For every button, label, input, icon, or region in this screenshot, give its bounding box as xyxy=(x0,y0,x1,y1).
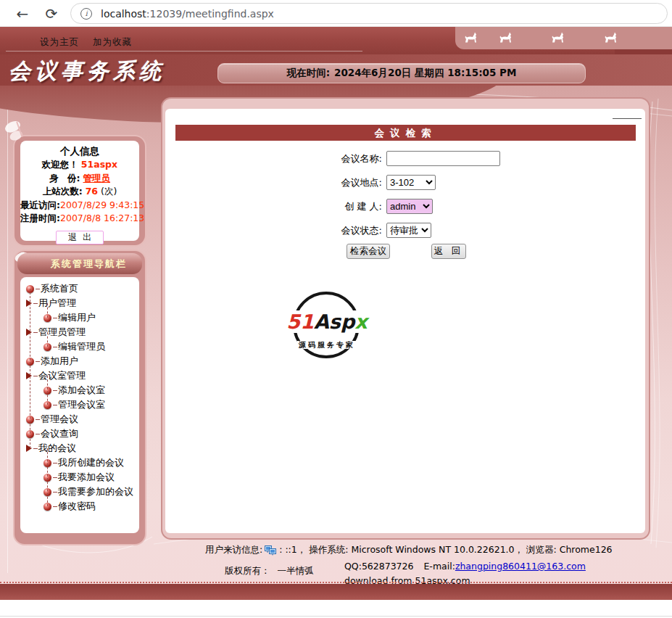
bottom-red-bar xyxy=(0,584,672,600)
field-label: 会议地点: xyxy=(165,176,386,189)
dash-connector xyxy=(33,303,38,304)
dash-connector xyxy=(53,390,57,391)
meeting-system-page: ← ⟳ i localhost:12039/meetingfind.aspx 设… xyxy=(0,0,672,618)
nav-item[interactable]: 会议室管理 xyxy=(20,368,139,383)
nav-item[interactable]: 添加用户 xyxy=(20,354,139,368)
nav-item[interactable]: 我要添加会议 xyxy=(20,470,139,485)
nav-item-label: 我要添加会议 xyxy=(58,471,115,484)
horse-icon xyxy=(602,31,620,44)
register-label: 注册时间: xyxy=(20,213,60,223)
dash-connector xyxy=(33,448,38,449)
dash-connector xyxy=(53,405,57,405)
horse-icon xyxy=(497,31,515,44)
current-time-banner: 现在时间: 2024年6月20日 星期四 18:15:05 PM xyxy=(217,63,586,83)
field-label: 创 建 人: xyxy=(165,200,386,213)
nav-item[interactable]: 修改密码 xyxy=(20,499,139,514)
copyright-line: 版权所有： 一半情弧 xyxy=(225,565,314,577)
profile-visits-row: 上站次数: 76 (次) xyxy=(20,185,139,199)
dash-connector xyxy=(36,434,40,434)
tree-connector xyxy=(30,289,30,448)
browser-back-icon[interactable]: ← xyxy=(12,3,33,25)
dash-connector xyxy=(36,289,40,289)
back-button[interactable]: 返 回 xyxy=(431,244,466,259)
email-link[interactable]: zhangping860411@163.com xyxy=(455,561,586,572)
nav-item-label: 管理会议室 xyxy=(58,398,105,411)
visits-label: 上站次数: xyxy=(43,186,83,197)
nav-item[interactable]: 用户管理 xyxy=(20,296,139,310)
dotted-divider xyxy=(0,582,672,583)
nav-item[interactable]: 编辑用户 xyxy=(20,310,139,325)
time-label: 现在时间: xyxy=(287,67,330,80)
set-homepage-link[interactable]: 设为主页 xyxy=(40,36,79,49)
nav-item-label: 用户管理 xyxy=(38,297,76,310)
nav-item[interactable]: 管理会议 xyxy=(20,412,139,427)
field-label: 会议名称: xyxy=(165,152,386,165)
role-link[interactable]: 管理员 xyxy=(83,173,110,184)
dash-connector xyxy=(36,419,40,420)
logout-button[interactable]: 退出 xyxy=(56,231,104,244)
form-row: 创 建 人:admin xyxy=(165,199,645,214)
dash-connector xyxy=(33,376,38,376)
band-step xyxy=(615,49,672,54)
nav-item-label: 会议查询 xyxy=(41,427,78,440)
band-divider xyxy=(6,51,362,52)
nav-item-label: 我的会议 xyxy=(38,442,76,455)
nav-item[interactable]: 我需要参加的会议 xyxy=(20,485,139,499)
profile-panel: 个人信息 欢迎您！ 51aspx 身 份: 管理员 上站次数: 76 (次) 最… xyxy=(20,141,139,241)
address-bar[interactable]: i localhost:12039/meetingfind.aspx xyxy=(70,3,668,24)
visitor-info-label: 用户来访信息: xyxy=(205,544,262,556)
form-buttons-row: 检索会议 返 回 xyxy=(165,244,645,259)
tree-connector xyxy=(47,448,48,506)
visits-unit: (次) xyxy=(101,186,117,197)
nav-item[interactable]: 我的会议 xyxy=(20,441,139,456)
corner-dash xyxy=(613,118,642,119)
logo-wordmark: 51Aspx xyxy=(284,310,370,333)
field-label: 会议状态: xyxy=(165,224,386,237)
nav-item-label: 管理会议 xyxy=(41,413,78,426)
logo-subtitle: 源码服务专家 xyxy=(284,337,370,350)
expand-arrow-icon xyxy=(26,372,32,379)
username-value: 51aspx xyxy=(81,159,117,170)
form-row: 会议状态:待审批 xyxy=(165,223,645,238)
nav-item[interactable]: 管理会议室 xyxy=(20,397,139,412)
browser-refresh-icon[interactable]: ⟳ xyxy=(41,3,62,25)
horse-icon xyxy=(462,31,480,44)
nav-tree: 系统首页用户管理编辑用户管理员管理编辑管理员添加用户会议室管理添加会议室管理会议… xyxy=(20,277,139,514)
form-row: 会议名称: xyxy=(165,151,645,166)
url-path: :12039/meetingfind.aspx xyxy=(146,8,274,20)
profile-welcome-row: 欢迎您！ 51aspx xyxy=(20,158,139,172)
nav-item[interactable]: 会议查询 xyxy=(20,427,139,441)
nav-item[interactable]: 添加会议室 xyxy=(20,383,139,397)
expand-arrow-icon xyxy=(26,329,32,336)
window-bottom-line xyxy=(0,616,672,617)
location-select[interactable]: 3-102 xyxy=(386,175,436,190)
meeting-name-input[interactable] xyxy=(386,151,500,166)
search-form: 会议名称:会议地点:3-102创 建 人:admin会议状态:待审批 xyxy=(165,151,645,247)
dash-connector xyxy=(53,463,57,464)
nav-item-label: 系统首页 xyxy=(41,282,78,295)
dash-connector xyxy=(53,347,57,347)
horse-decor-panel xyxy=(455,27,672,49)
creator-select[interactable]: admin xyxy=(386,199,433,214)
visits-value: 76 xyxy=(86,186,98,197)
left-decor-line xyxy=(7,94,8,573)
add-favorite-link[interactable]: 加为收藏 xyxy=(93,36,132,49)
url-host: localhost xyxy=(101,8,146,20)
nav-item[interactable]: 编辑管理员 xyxy=(20,339,139,354)
nav-item[interactable]: 系统首页 xyxy=(20,281,139,296)
browser-toolbar: ← ⟳ i localhost:12039/meetingfind.aspx xyxy=(0,0,672,27)
nav-item[interactable]: 我所创建的会议 xyxy=(20,456,139,470)
tree-connector xyxy=(47,303,48,318)
dash-connector xyxy=(53,318,57,318)
status-select[interactable]: 待审批 xyxy=(386,223,431,238)
nav-title-bar: 系统管理导航栏 xyxy=(17,253,142,274)
search-section-title: 会议检索 xyxy=(175,125,636,141)
profile-lastvisit-row: 最近访问:2007/8/29 9:43:15 xyxy=(20,199,139,213)
nav-item[interactable]: 管理员管理 xyxy=(20,325,139,339)
tree-connector xyxy=(47,332,48,347)
page-info-icon[interactable]: i xyxy=(80,8,92,20)
dash-connector xyxy=(53,477,57,478)
search-meeting-button[interactable]: 检索会议 xyxy=(347,244,390,259)
form-row: 会议地点:3-102 xyxy=(165,175,645,190)
logo-x: x xyxy=(354,310,367,333)
